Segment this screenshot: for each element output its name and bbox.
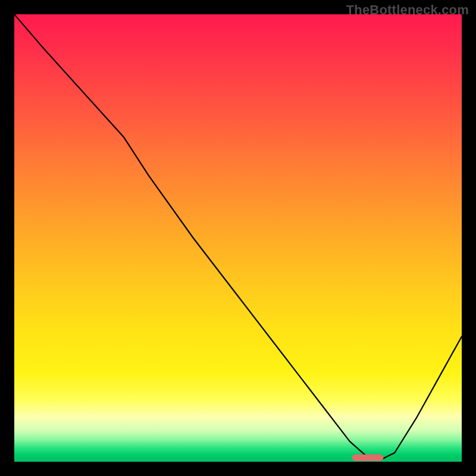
watermark-text: TheBottleneck.com <box>346 2 469 18</box>
chart-frame <box>14 14 462 462</box>
plot-area <box>14 14 462 462</box>
chart-overlay-svg <box>14 14 462 462</box>
optimal-range-marker <box>352 455 384 461</box>
bottleneck-curve <box>14 14 462 459</box>
